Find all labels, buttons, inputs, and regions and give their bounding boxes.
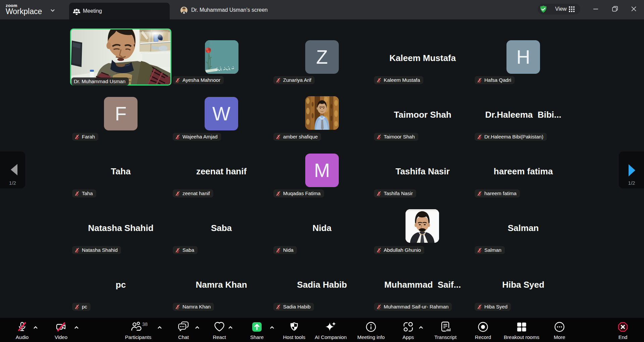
svg-text:38: 38 bbox=[142, 322, 148, 327]
